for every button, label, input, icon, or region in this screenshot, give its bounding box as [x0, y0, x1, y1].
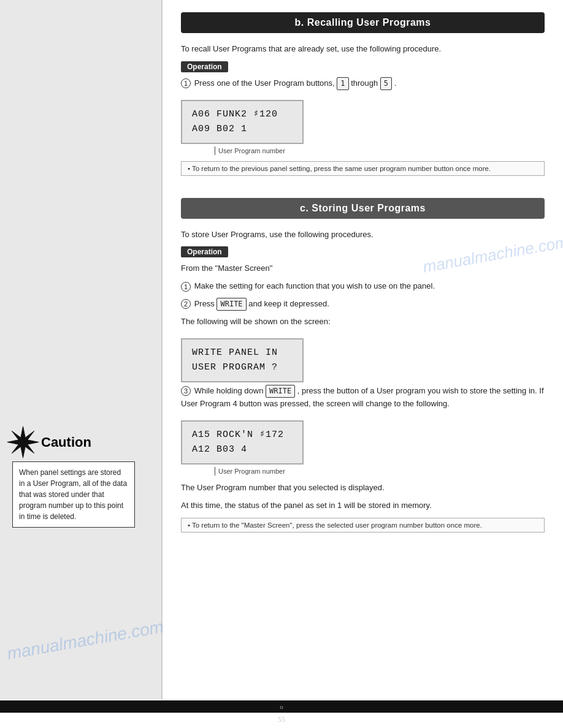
section-b-intro: To recall User Programs that are already…: [181, 43, 545, 55]
operation-badge-c: Operation: [181, 246, 228, 257]
lcd-b-line1: A06 FUNK2 ♯120: [192, 107, 293, 122]
note-b: • To return to the previous panel settin…: [181, 161, 545, 176]
lcd-b-line2: A09 B02 1: [192, 122, 293, 137]
left-sidebar: Caution When panel settings are stored i…: [0, 0, 163, 699]
footer-dot: o: [280, 703, 283, 710]
note-c: • To return to the "Master Screen", pres…: [181, 518, 545, 533]
operation-badge-b: Operation: [181, 61, 228, 72]
step-c-2-text2: and keep it depressed.: [248, 299, 329, 308]
final-text-1: The User Program number that you selecte…: [181, 482, 545, 494]
step-c-1: 1 Make the setting for each function tha…: [181, 280, 545, 293]
caution-section: Caution When panel settings are stored i…: [6, 425, 147, 528]
main-content: b. Recalling User Programs To recall Use…: [163, 0, 563, 699]
step-b-1-circle: 1: [181, 78, 191, 88]
lcd-c2-line2: A12 B03 4: [192, 442, 293, 457]
svg-marker-0: [7, 427, 39, 458]
key-write-2: WRITE: [266, 385, 295, 398]
step-b-end: .: [394, 78, 397, 88]
step-c-1-text: Make the setting for each function that …: [194, 281, 435, 290]
page-footer-wrapper: o 55: [0, 699, 563, 728]
step-c-screen-msg: The following will be shown on the scree…: [181, 316, 545, 328]
lcd-b-label: User Program number: [218, 146, 545, 155]
step-c-1-circle: 1: [181, 282, 191, 292]
lcd-c2-label: User Program number: [218, 467, 545, 476]
step-c-2: 2 Press WRITE and keep it depressed.: [181, 298, 545, 311]
key-5: 5: [380, 77, 392, 90]
key-write-1: WRITE: [216, 298, 246, 311]
lcd-c2-line1: A15 ROCK'N ♯172: [192, 428, 293, 442]
step-c-3-circle: 3: [181, 386, 191, 396]
caution-header: Caution: [6, 425, 147, 459]
page-number: 55: [0, 713, 563, 727]
section-recalling: b. Recalling User Programs To recall Use…: [181, 12, 545, 176]
footer-bar: o: [0, 700, 563, 713]
step-c-screen-text: The following will be shown on the scree…: [181, 317, 331, 326]
step-c-3: 3 While holding down WRITE , press the b…: [181, 385, 545, 411]
step-c-2-circle: 2: [181, 299, 191, 309]
section-c-intro: To store User Programs, use the followin…: [181, 229, 545, 241]
lcd-display-c2: A15 ROCK'N ♯172 A12 B03 4: [181, 420, 304, 464]
section-c-header: c. Storing User Programs: [181, 198, 545, 219]
caution-text: When panel settings are stored in a User…: [12, 461, 135, 528]
step-c-from-text: From the "Master Screen": [181, 264, 272, 273]
key-1: 1: [337, 77, 348, 90]
section-storing: c. Storing User Programs To store User P…: [181, 198, 545, 533]
step-c-from: From the "Master Screen": [181, 262, 545, 275]
final-text-2: At this time, the status of the panel as…: [181, 499, 545, 512]
caution-star-icon: [6, 425, 40, 459]
lcd-c1-line1: WRITE PANEL IN: [192, 346, 293, 360]
watermark-left: manualmachine.com: [6, 617, 165, 664]
step-b-through: through: [351, 78, 380, 88]
step-c-2-text1: Press: [194, 299, 217, 308]
step-b-1: 1 Press one of the User Program buttons,…: [181, 77, 545, 90]
section-b-header: b. Recalling User Programs: [181, 12, 545, 33]
step-b-1-text: Press one of the User Program buttons,: [194, 78, 337, 88]
lcd-c1-line2: USER PROGRAM ?: [192, 360, 293, 375]
ref-circle-1: 1: [337, 501, 342, 510]
lcd-display-c1: WRITE PANEL IN USER PROGRAM ?: [181, 338, 304, 382]
lcd-display-b: A06 FUNK2 ♯120 A09 B02 1: [181, 100, 304, 144]
caution-label: Caution: [41, 434, 91, 450]
step-c-3-text1: While holding down: [194, 386, 266, 395]
